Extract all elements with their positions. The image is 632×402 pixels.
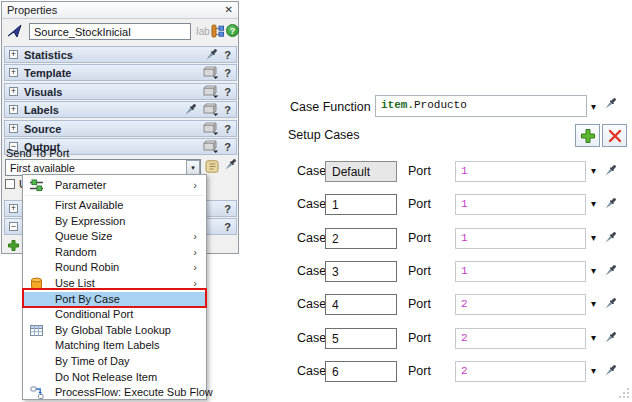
section-help-icon[interactable]: ? xyxy=(224,49,231,61)
port-value-field[interactable]: 1 xyxy=(455,161,586,182)
port-dropdown-icon[interactable]: ▾ xyxy=(591,366,596,376)
tree-icon[interactable] xyxy=(211,24,225,38)
rename-icon[interactable]: Iab xyxy=(196,26,210,37)
template-icon[interactable] xyxy=(203,103,219,116)
sampler-icon[interactable] xyxy=(603,96,618,111)
template-icon[interactable] xyxy=(203,85,219,98)
sampler-icon[interactable] xyxy=(603,330,618,345)
port-value-field[interactable]: 1 xyxy=(455,194,586,215)
add-trigger-plus-icon[interactable] xyxy=(7,239,20,252)
menu-item-port-by-case[interactable]: Port By Case xyxy=(23,292,206,308)
menu-item-first-available[interactable]: First Available xyxy=(23,198,206,214)
section-help-icon[interactable]: ? xyxy=(224,86,231,98)
sampler-icon[interactable] xyxy=(603,363,618,378)
menu-item-do-not-release-item[interactable]: Do Not Release Item xyxy=(23,370,206,386)
case-label: Case xyxy=(297,264,326,278)
sampler-icon[interactable] xyxy=(603,263,618,278)
sampler-icon[interactable] xyxy=(603,230,618,245)
menu-item-matching-item-labels[interactable]: Matching Item Labels xyxy=(23,338,206,354)
template-icon[interactable] xyxy=(203,66,219,79)
table-icon xyxy=(28,324,45,338)
section-header-labels[interactable]: + Labels ? xyxy=(4,101,237,118)
port-dropdown-icon[interactable]: ▾ xyxy=(591,233,596,243)
port-dropdown-icon[interactable]: ▾ xyxy=(591,299,596,309)
section-help-icon[interactable]: ? xyxy=(224,203,231,215)
port-value-field[interactable]: 1 xyxy=(455,228,586,249)
port-dropdown-icon[interactable]: ▾ xyxy=(591,199,596,209)
port-label: Port xyxy=(408,297,431,311)
case-function-expression: Producto xyxy=(414,99,467,111)
port-value-field[interactable]: 2 xyxy=(455,294,586,315)
case-value-field[interactable]: Default xyxy=(325,161,397,182)
section-help-icon[interactable]: ? xyxy=(224,221,231,233)
help-icon[interactable]: ? xyxy=(226,24,239,37)
template-icon[interactable] xyxy=(203,140,219,153)
menu-item-by-expression[interactable]: By Expression xyxy=(23,214,206,230)
section-header-source[interactable]: + Source ? xyxy=(4,120,237,137)
port-label: Port xyxy=(408,331,431,345)
case-function-keyword: item. xyxy=(381,99,414,111)
section-label: Statistics xyxy=(24,49,73,61)
case-function-field[interactable]: item.Producto xyxy=(375,95,587,117)
menu-item-parameter[interactable]: Parameter › xyxy=(23,176,206,194)
case-value-field[interactable]: 5 xyxy=(325,328,397,349)
port-dropdown-icon[interactable]: ▾ xyxy=(591,333,596,343)
sampler-icon[interactable] xyxy=(204,47,219,62)
menu-item-random[interactable]: Random › xyxy=(23,245,206,261)
delete-case-button[interactable] xyxy=(602,124,627,147)
case-value-field[interactable]: 3 xyxy=(325,261,397,282)
menu-item-processflow-execute-sub-flow[interactable]: ProcessFlow: Execute Sub Flow xyxy=(23,385,206,401)
add-case-button[interactable] xyxy=(575,124,600,147)
port-dropdown-icon[interactable]: ▾ xyxy=(591,266,596,276)
parameter-icon xyxy=(28,178,45,192)
section-label: Source xyxy=(24,123,61,135)
menu-item-use-list[interactable]: Use List › xyxy=(23,276,206,292)
case-value-field[interactable]: 6 xyxy=(325,361,397,382)
case-value-field[interactable]: 4 xyxy=(325,294,397,315)
code-template-icon[interactable] xyxy=(205,159,220,174)
port-value-field[interactable]: 2 xyxy=(455,328,586,349)
close-icon[interactable]: ✕ xyxy=(225,5,233,15)
section-header-statistics[interactable]: + Statistics ? xyxy=(4,46,237,63)
sampler-icon[interactable] xyxy=(183,102,198,117)
case-label: Case xyxy=(297,297,326,311)
section-header-template[interactable]: + Template ? xyxy=(4,64,237,81)
section-help-icon[interactable]: ? xyxy=(224,104,231,116)
menu-item-conditional-port[interactable]: Conditional Port xyxy=(23,307,206,323)
section-help-icon[interactable]: ? xyxy=(224,141,231,153)
port-value-field[interactable]: 2 xyxy=(455,361,586,382)
sampler-icon[interactable] xyxy=(603,163,618,178)
port-dropdown-icon[interactable]: ▾ xyxy=(591,166,596,176)
sampler-icon[interactable] xyxy=(223,157,238,172)
use-transport-checkbox[interactable] xyxy=(5,179,15,189)
sampler-icon[interactable] xyxy=(603,296,618,311)
menu-item-by-global-table-lookup[interactable]: By Global Table Lookup xyxy=(23,323,206,339)
menu-item-round-robin[interactable]: Round Robin › xyxy=(23,260,206,276)
expander-icon[interactable]: + xyxy=(9,204,18,213)
menu-item-by-time-of-day[interactable]: By Time of Day xyxy=(23,354,206,370)
object-name-field[interactable]: Source_StockInicial xyxy=(29,23,191,40)
submenu-arrow-icon: › xyxy=(193,176,197,194)
section-header-visuals[interactable]: + Visuals ? xyxy=(4,83,237,100)
section-label: Template xyxy=(24,67,71,79)
expander-icon[interactable]: + xyxy=(9,50,18,59)
expander-icon[interactable]: − xyxy=(9,222,18,231)
send-to-port-dropdown-button[interactable]: ▾ xyxy=(186,160,200,175)
template-icon[interactable] xyxy=(203,122,219,135)
menu-item-queue-size[interactable]: Queue Size › xyxy=(23,229,206,245)
expander-icon[interactable]: + xyxy=(9,68,18,77)
menu-separator xyxy=(25,195,204,196)
resize-grip[interactable] xyxy=(619,387,630,398)
port-label: Port xyxy=(408,164,431,178)
expander-icon[interactable]: + xyxy=(9,87,18,96)
expander-icon[interactable]: + xyxy=(9,105,18,114)
case-function-dropdown-icon[interactable]: ▾ xyxy=(591,102,596,112)
case-value-field[interactable]: 1 xyxy=(325,194,397,215)
expander-icon[interactable]: + xyxy=(9,124,18,133)
port-label: Port xyxy=(408,364,431,378)
section-help-icon[interactable]: ? xyxy=(224,123,231,135)
sampler-icon[interactable] xyxy=(603,196,618,211)
case-value-field[interactable]: 2 xyxy=(325,228,397,249)
section-help-icon[interactable]: ? xyxy=(224,67,231,79)
port-value-field[interactable]: 1 xyxy=(455,261,586,282)
